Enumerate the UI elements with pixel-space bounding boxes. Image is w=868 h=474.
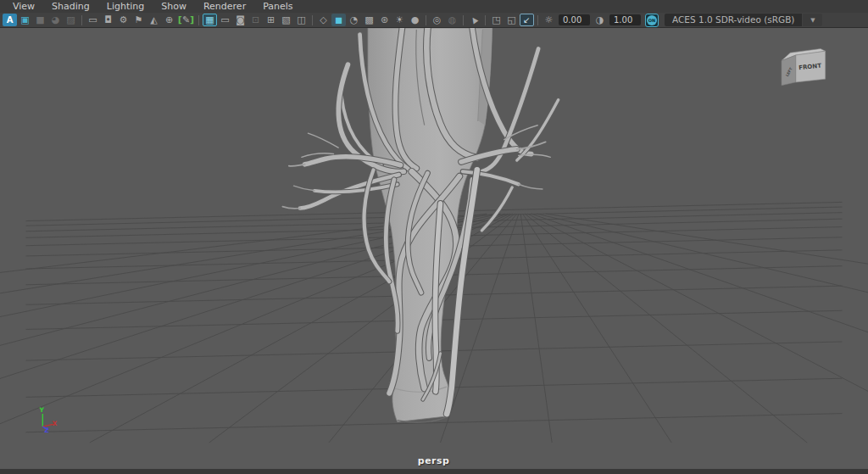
camera-name-label: persp <box>418 455 450 466</box>
frame-region-icon[interactable]: ↙ <box>520 14 534 26</box>
isolate-select-icon[interactable]: ◳ <box>489 14 504 26</box>
safe-title-icon[interactable]: ◫ <box>294 14 309 26</box>
select-camera-icon[interactable]: ▭ <box>86 14 100 26</box>
camera-attributes-icon[interactable]: ⚙ <box>116 14 131 26</box>
gate-mask-icon[interactable]: ⊡ <box>248 14 263 26</box>
color-management-on-badge: ON <box>647 15 657 25</box>
isolate-selected-view-icon[interactable]: ◱ <box>504 14 519 26</box>
toolbar-separator <box>81 15 82 25</box>
image-plane-icon[interactable]: ◭ <box>147 14 161 26</box>
contrast-input[interactable] <box>609 14 641 25</box>
menu-item-renderer[interactable]: Renderer <box>195 0 254 13</box>
toolbar-icon-strip: A▣■◕▨▭◘⚙⚑◭⊕[✎]▦▭◙⊡⊞▧◫◇◼◔▩⊛☀●◎◍▲◳◱↙ <box>3 14 541 26</box>
display-mode-a-icon[interactable]: A <box>3 14 17 26</box>
safe-action-icon[interactable]: ▧ <box>279 14 293 26</box>
menu-item-panels[interactable]: Panels <box>254 0 301 13</box>
contrast-icon[interactable]: ◑ <box>593 14 607 26</box>
view-transform-value: ACES 1.0 SDR-video (sRGB) <box>665 14 802 26</box>
exposure-input[interactable] <box>559 14 590 25</box>
toolbar-separator <box>485 15 486 25</box>
use-all-lights-icon[interactable]: ☀ <box>392 14 407 26</box>
grease-pencil-icon[interactable]: [✎] <box>177 14 195 26</box>
panel-toolbar: A▣■◕▨▭◘⚙⚑◭⊕[✎]▦▭◙⊡⊞▧◫◇◼◔▩⊛☀●◎◍▲◳◱↙ ☼ ◑ O… <box>0 13 868 28</box>
toolbar-separator <box>463 15 464 25</box>
field-chart-icon[interactable]: ⊞ <box>264 14 278 26</box>
toolbar-separator <box>426 15 426 25</box>
axis-z-label: Z <box>44 427 49 434</box>
toolbar-separator <box>312 15 313 25</box>
window-bottom-edge <box>0 469 868 474</box>
grid-toggle-icon[interactable]: ▦ <box>203 14 217 26</box>
motion-blur-icon[interactable]: ◍ <box>445 14 459 26</box>
toolbar-separator <box>537 15 538 25</box>
shadows-icon[interactable]: ● <box>408 14 422 26</box>
wireframe-on-shaded-icon[interactable]: ⊛ <box>377 14 392 26</box>
chevron-down-icon[interactable]: ▼ <box>803 14 822 26</box>
color-management-toggle[interactable]: ON <box>645 14 659 27</box>
3d-viewport[interactable]: Y X Z FRONT LEFT persp <box>0 28 868 469</box>
axis-x-label: X <box>53 420 58 427</box>
view-transform-dropdown[interactable]: ACES 1.0 SDR-video (sRGB) ▼ <box>665 14 822 26</box>
camera-bookmark-icon[interactable]: ⚑ <box>131 14 146 26</box>
pan-zoom-2d-icon[interactable]: ⊕ <box>162 14 176 26</box>
lock-camera-icon[interactable]: ◘ <box>101 14 115 26</box>
viewport-scene[interactable]: Y X Z FRONT LEFT <box>0 28 868 469</box>
origin-axis-indicator: Y X Z <box>39 406 58 434</box>
toolbar-separator <box>198 15 199 25</box>
object-select-cursor-icon[interactable]: ▲ <box>465 10 484 29</box>
shaded-display-icon[interactable]: ◼ <box>331 14 346 26</box>
menu-item-show[interactable]: Show <box>153 0 195 13</box>
menu-item-lighting[interactable]: Lighting <box>98 0 153 13</box>
tree-roots-model[interactable] <box>282 28 558 422</box>
wireframe-display-icon[interactable]: ◇ <box>316 14 331 26</box>
marquee-frame-icon[interactable]: ▣ <box>18 14 32 26</box>
mask-square-icon[interactable]: ■ <box>33 14 47 26</box>
menu-item-shading[interactable]: Shading <box>43 0 98 13</box>
flat-shade-icon[interactable]: ◔ <box>347 14 361 26</box>
screen-space-ao-icon[interactable]: ◎ <box>430 14 444 26</box>
axis-y-label: Y <box>39 406 45 414</box>
mask-image-icon[interactable]: ▨ <box>64 14 78 26</box>
view-cube[interactable]: FRONT LEFT <box>782 48 826 85</box>
textured-display-icon[interactable]: ▩ <box>362 14 376 26</box>
mask-pie-icon[interactable]: ◕ <box>48 14 63 26</box>
film-gate-icon[interactable]: ▭ <box>218 14 232 26</box>
exposure-icon[interactable]: ☼ <box>542 14 556 26</box>
resolution-gate-icon[interactable]: ◙ <box>233 14 248 26</box>
panel-menu-bar: ViewShadingLightingShowRendererPanels <box>0 0 868 13</box>
menu-item-view[interactable]: View <box>4 0 43 13</box>
